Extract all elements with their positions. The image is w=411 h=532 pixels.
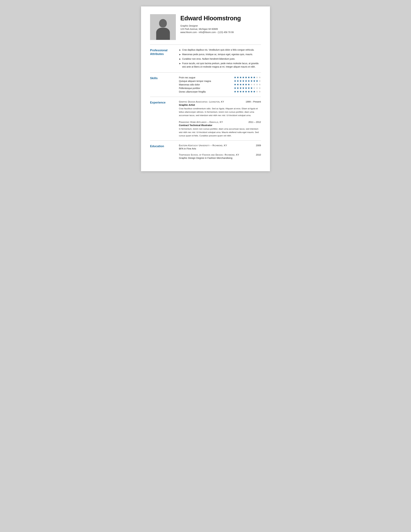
skill-name: Proin nec augue bbox=[179, 76, 234, 79]
entry-company: Panasonic Home Appliance – Danville, KY bbox=[179, 121, 223, 123]
list-item: ➤ Maecenas pede purus, tristique ac, tem… bbox=[179, 53, 261, 56]
resume-page: Edward Hloomstrong Graphic Designer 123 … bbox=[141, 6, 270, 171]
skill-row: Quisque aliquam tempor magna ★★★★★★★★★★ bbox=[179, 80, 261, 82]
address: 123 Park Avenue, Michigan MI 60689 bbox=[180, 28, 261, 30]
entry-header: Panasonic Home Appliance – Danville, KY … bbox=[179, 121, 261, 123]
skills-content: Proin nec augue ★★★★★★★★★★ Quisque aliqu… bbox=[179, 76, 261, 94]
education-section: Education Eastern Kentucky University – … bbox=[150, 141, 261, 162]
entry-header: Eastern Kentucky University – Richmond, … bbox=[179, 144, 261, 147]
entry-company: Graphic Design Associates– Lexington, KY bbox=[179, 100, 224, 103]
skill-row: Pellentesque porttitor ★★★★★★★★★★ bbox=[179, 87, 261, 89]
entry-header: Traphagen School of Fashion and Design– … bbox=[179, 153, 261, 156]
skill-name: Pellentesque porttitor bbox=[179, 87, 234, 89]
education-label: Education bbox=[150, 144, 175, 159]
entry-dates: 2011 – 2012 bbox=[248, 121, 261, 123]
experience-section: Experience Graphic Design Associates– Le… bbox=[150, 97, 261, 141]
education-content: Eastern Kentucky University – Richmond, … bbox=[179, 144, 261, 159]
arrow-icon: ➤ bbox=[179, 62, 181, 65]
resume-header: Edward Hloomstrong Graphic Designer 123 … bbox=[150, 14, 261, 40]
experience-entry: Panasonic Home Appliance – Danville, KY … bbox=[179, 121, 261, 138]
entry-dates: 2010 bbox=[256, 153, 261, 156]
professional-content: ➤ Cras dapibus dapibus nis. Vestibulum q… bbox=[179, 48, 261, 69]
avatar bbox=[150, 14, 176, 40]
skill-name: Quisque aliquam tempor magna bbox=[179, 80, 234, 82]
entry-company: Traphagen School of Fashion and Design– … bbox=[179, 153, 239, 156]
contact-info: www.hloom.com - info@hloom.com - (123) 4… bbox=[180, 31, 261, 34]
skill-stars: ★★★★★★★★★★ bbox=[234, 76, 261, 79]
skill-row: Maecenas odio dolor ★★★★★★★★★★ bbox=[179, 83, 261, 86]
entry-company: Eastern Kentucky University – Richmond, … bbox=[179, 144, 227, 147]
experience-label: Experience bbox=[150, 100, 175, 138]
header-info: Edward Hloomstrong Graphic Designer 123 … bbox=[180, 14, 261, 34]
skill-stars: ★★★★★★★★★★ bbox=[234, 90, 261, 93]
arrow-icon: ➤ bbox=[179, 48, 181, 52]
education-entry: Traphagen School of Fashion and Design– … bbox=[179, 153, 261, 159]
education-entry: Eastern Kentucky University – Richmond, … bbox=[179, 144, 261, 150]
arrow-icon: ➤ bbox=[179, 53, 181, 56]
entry-title: Graphic Artist bbox=[179, 104, 261, 106]
list-item: ➤ Curabitur non eros. Nullam hendrerit b… bbox=[179, 57, 261, 61]
skill-name: Donec ullamcorper fringilla bbox=[179, 90, 234, 93]
list-item: ➤ Cras dapibus dapibus nis. Vestibulum q… bbox=[179, 48, 261, 52]
skills-section: Skills Proin nec augue ★★★★★★★★★★ Quisqu… bbox=[150, 73, 261, 97]
skill-stars: ★★★★★★★★★★ bbox=[234, 80, 261, 82]
entry-desc: Cras faucibus condimentum odio. Sed ac l… bbox=[179, 107, 261, 117]
professional-section: ProfessionalAttributes ➤ Cras dapibus da… bbox=[150, 45, 261, 73]
entry-dates: 1999 – Present bbox=[246, 100, 261, 103]
attr-list: ➤ Cras dapibus dapibus nis. Vestibulum q… bbox=[179, 48, 261, 68]
edu-degree: BFA in Fine Arts bbox=[179, 147, 261, 150]
entry-header: Graphic Design Associates– Lexington, KY… bbox=[179, 100, 261, 103]
entry-desc: In fermentum, lorem non cursus porttitor… bbox=[179, 127, 261, 138]
experience-content: Graphic Design Associates– Lexington, KY… bbox=[179, 100, 261, 138]
job-title: Graphic Designer bbox=[180, 25, 261, 27]
edu-degree: Graphic Design Degree in Fashion Merchan… bbox=[179, 157, 261, 159]
skill-row: Proin nec augue ★★★★★★★★★★ bbox=[179, 76, 261, 79]
list-item: ➤ Fusce iaculis, est quis lacinia pretiu… bbox=[179, 62, 261, 68]
skills-label: Skills bbox=[150, 76, 175, 94]
skill-stars: ★★★★★★★★★★ bbox=[234, 83, 261, 86]
entry-dates: 2009 bbox=[256, 144, 261, 147]
skill-row: Donec ullamcorper fringilla ★★★★★★★★★★ bbox=[179, 90, 261, 93]
entry-title: Contract Technical Illustrator bbox=[179, 124, 261, 127]
skill-stars: ★★★★★★★★★★ bbox=[234, 87, 261, 89]
applicant-name: Edward Hloomstrong bbox=[180, 15, 261, 22]
professional-label: ProfessionalAttributes bbox=[150, 48, 175, 69]
arrow-icon: ➤ bbox=[179, 57, 181, 61]
skill-name: Maecenas odio dolor bbox=[179, 83, 234, 86]
experience-entry: Graphic Design Associates– Lexington, KY… bbox=[179, 100, 261, 117]
